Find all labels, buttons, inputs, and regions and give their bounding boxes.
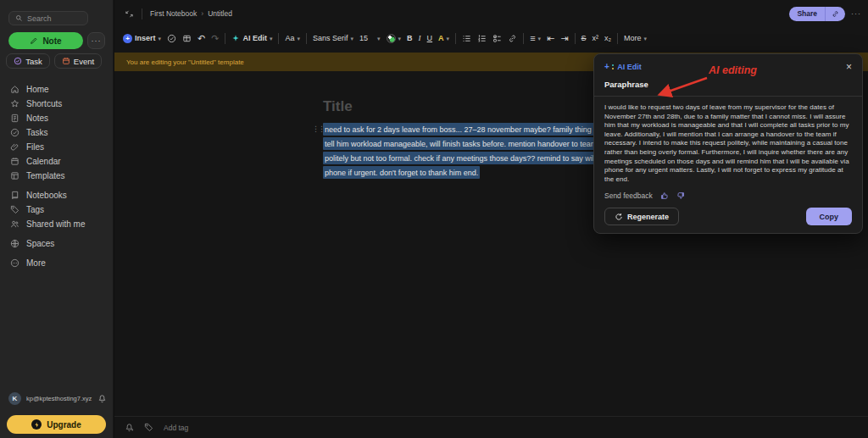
task-icon — [14, 57, 22, 65]
ai-panel-actions: Regenerate Copy — [604, 208, 852, 225]
undo-button[interactable]: ↶ — [198, 33, 205, 44]
sidebar-item-home[interactable]: Home — [0, 82, 113, 97]
breadcrumb-page[interactable]: Untitled — [208, 9, 232, 18]
sidebar-item-notes[interactable]: Notes — [0, 111, 113, 125]
add-tag-input[interactable]: Add tag — [164, 424, 188, 432]
sidebar-item-label: Spaces — [26, 239, 54, 248]
insert-button[interactable]: + Insert ▾ — [123, 34, 161, 43]
superscript-button[interactable]: x² — [593, 34, 599, 42]
notifications-bell-icon[interactable] — [97, 394, 107, 403]
indent-button[interactable]: ⇥ — [560, 33, 568, 44]
divider — [523, 33, 524, 44]
sidebar-item-shortcuts[interactable]: Shortcuts — [0, 97, 113, 111]
align-button[interactable]: ≡▾ — [530, 33, 541, 43]
copy-button[interactable]: Copy — [806, 208, 853, 225]
collapse-sidebar-icon[interactable] — [125, 9, 134, 19]
account-email: kp@kptesthosting7.xyz — [26, 395, 92, 402]
compose-icon — [30, 36, 38, 45]
sidebar-item-calendar[interactable]: Calendar — [0, 154, 113, 169]
banner-text: You are editing your "Untitled" template — [126, 58, 244, 66]
share-link-icon[interactable] — [826, 10, 845, 18]
people-icon — [10, 219, 19, 229]
sidebar-item-label: Home — [26, 85, 49, 94]
chevron-down-icon: ▾ — [270, 36, 273, 42]
link-button[interactable] — [508, 34, 517, 43]
new-task-label: Task — [25, 57, 42, 66]
sidebar-item-label: Files — [26, 142, 44, 152]
block-drag-handle-icon[interactable]: ⋮⋮ — [312, 125, 324, 133]
plus-icon: + — [123, 34, 132, 43]
note-icon — [10, 114, 19, 123]
sidebar-item-more[interactable]: More — [0, 256, 113, 270]
chevron-down-icon: ▾ — [447, 36, 450, 42]
search-placeholder: Search — [27, 14, 52, 23]
chevron-down-icon: ▾ — [298, 36, 301, 42]
italic-button[interactable]: I — [419, 34, 421, 42]
note-title-placeholder[interactable]: Title — [323, 98, 353, 115]
calendar-icon — [10, 157, 19, 166]
subscript-button[interactable]: x₂ — [604, 34, 611, 42]
editor-topbar: First Notebook › Untitled Share ··· — [114, 0, 868, 27]
font-size-value: 15 — [359, 34, 368, 42]
text-style-button[interactable]: Aa▾ — [285, 34, 300, 42]
numbered-list-button[interactable] — [477, 34, 487, 43]
share-button[interactable]: Share — [789, 7, 845, 21]
thumbs-down-icon[interactable] — [676, 191, 685, 200]
note-options-button[interactable]: ··· — [87, 32, 105, 49]
home-icon — [10, 85, 19, 94]
add-reminder-bell-icon[interactable] — [125, 423, 134, 432]
sidebar-item-files[interactable]: Files — [0, 140, 113, 154]
bold-button[interactable]: B — [407, 34, 413, 42]
upgrade-button[interactable]: Upgrade — [7, 415, 106, 434]
divider — [142, 8, 142, 19]
thumbs-up-icon[interactable] — [660, 191, 669, 200]
more-formatting-button[interactable]: More▾ — [624, 34, 647, 42]
regenerate-button[interactable]: Regenerate — [604, 208, 679, 225]
book-icon — [10, 191, 19, 200]
note-footer-bar: Add tag — [114, 416, 868, 438]
underline-button[interactable]: U — [427, 34, 433, 42]
sidebar-item-notebooks[interactable]: Notebooks — [0, 188, 113, 202]
search-input[interactable]: Search — [8, 11, 88, 25]
sidebar-nav: Home Shortcuts Notes Tasks Files Calenda… — [0, 82, 113, 270]
checklist-button[interactable] — [492, 34, 502, 43]
strikethrough-button[interactable]: S — [581, 34, 587, 42]
globe-icon — [10, 239, 19, 248]
insert-task-button[interactable] — [167, 34, 176, 43]
chevron-down-icon: ▾ — [398, 36, 402, 42]
highlight-button[interactable]: A▾ — [438, 34, 449, 42]
sidebar-item-spaces[interactable]: Spaces — [0, 236, 113, 251]
ai-edit-label: AI Edit — [242, 34, 267, 42]
check-circle-icon — [10, 128, 19, 137]
outdent-button[interactable]: ⇤ — [547, 33, 554, 44]
account-row[interactable]: K kp@kptesthosting7.xyz — [8, 392, 107, 405]
share-label: Share — [789, 9, 825, 18]
add-tag-icon[interactable] — [144, 423, 153, 432]
new-task-button[interactable]: Task — [6, 53, 50, 69]
font-family-select[interactable]: Sans Serif▾ — [313, 34, 353, 42]
breadcrumb: First Notebook › Untitled — [150, 9, 232, 18]
sidebar-item-label: More — [26, 258, 46, 268]
upgrade-label: Upgrade — [47, 420, 81, 430]
bolt-icon — [31, 419, 42, 430]
sidebar-item-shared-with-me[interactable]: Shared with me — [0, 217, 113, 231]
sidebar-item-tasks[interactable]: Tasks — [0, 125, 113, 140]
sidebar-item-label: Templates — [26, 171, 65, 180]
font-size-select[interactable]: 15▾ — [359, 34, 381, 42]
text-color-button[interactable]: ▾ — [387, 34, 402, 43]
new-event-button[interactable]: Event — [54, 53, 102, 69]
close-icon[interactable]: × — [846, 62, 852, 72]
more-label: More — [624, 34, 642, 42]
ai-edit-panel: + AI Edit × Paraphrase I would like to r… — [593, 53, 863, 234]
redo-button[interactable]: ↷ — [211, 33, 219, 44]
color-swatch-icon — [387, 34, 396, 43]
ai-edit-button[interactable]: AI Edit ▾ — [231, 34, 272, 42]
sidebar: Search Note ··· Task Event Home Shortcut… — [0, 0, 114, 438]
bullet-list-button[interactable] — [462, 34, 471, 43]
insert-table-button[interactable] — [182, 34, 192, 43]
sidebar-item-templates[interactable]: Templates — [0, 169, 113, 183]
sidebar-item-tags[interactable]: Tags — [0, 202, 113, 217]
topbar-more-button[interactable]: ··· — [851, 9, 861, 18]
breadcrumb-notebook[interactable]: First Notebook — [150, 9, 197, 18]
new-note-button[interactable]: Note — [8, 32, 83, 49]
